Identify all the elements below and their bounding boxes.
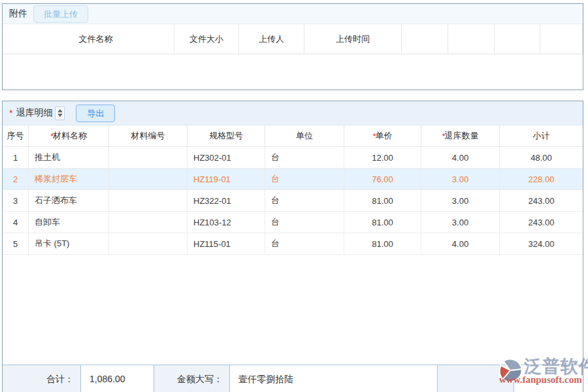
export-button[interactable]: 导出 xyxy=(76,105,115,122)
col-header-file-name: 文件名称 xyxy=(3,24,174,54)
total-label: 合计： xyxy=(3,365,81,392)
cell-material-code xyxy=(109,169,188,189)
cell-subtotal: 243.00 xyxy=(500,212,583,233)
col-header-empty-1 xyxy=(402,24,448,54)
col-header-uploader: 上传人 xyxy=(239,24,304,54)
cell-unit: 台 xyxy=(265,190,344,211)
col-header-material-code: 材料编号 xyxy=(109,125,188,146)
cell-unit-price: 76.00 xyxy=(344,169,421,189)
attachments-panel: 附件 批量上传 文件名称 文件大小 上传人 上传时间 xyxy=(2,3,583,90)
cell-material-code xyxy=(109,212,188,233)
attachments-title: 附件 xyxy=(9,8,27,20)
stepper-down-icon[interactable] xyxy=(57,114,63,117)
attachments-table-header: 文件名称 文件大小 上传人 上传时间 xyxy=(3,24,583,54)
attachments-table-empty-body xyxy=(3,54,583,89)
stepper-up-icon[interactable] xyxy=(57,109,63,112)
cell-return-qty: 3.00 xyxy=(421,190,500,211)
table-row-selected[interactable]: 2 稀浆封层车 HZ119-01 台 76.00 3.00 228.00 xyxy=(3,169,583,190)
cell-material-code xyxy=(109,147,188,168)
cell-subtotal: 48.00 xyxy=(500,147,583,168)
cell-spec-model: HZ302-01 xyxy=(188,147,265,168)
cell-seq: 2 xyxy=(3,169,29,189)
cell-spec-model: HZ115-01 xyxy=(188,233,265,254)
cell-subtotal: 243.00 xyxy=(500,190,583,211)
cell-material-name: 吊卡 (5T) xyxy=(29,233,109,254)
amount-in-words-value: 壹仟零捌拾陆 xyxy=(230,365,438,392)
footer-empty-value xyxy=(514,365,583,392)
amount-in-words-label: 金额大写： xyxy=(154,365,230,392)
col-header-file-size: 文件大小 xyxy=(174,24,239,54)
cell-return-qty: 4.00 xyxy=(421,147,500,168)
cell-unit: 台 xyxy=(265,212,344,233)
cell-seq: 1 xyxy=(3,147,29,168)
cell-material-name: 自卸车 xyxy=(29,212,109,233)
table-row[interactable]: 5 吊卡 (5T) HZ115-01 台 81.00 4.00 324.00 xyxy=(3,233,583,255)
col-header-upload-time: 上传时间 xyxy=(304,24,402,54)
cell-material-name: 石子洒布车 xyxy=(29,190,109,211)
col-header-empty-4 xyxy=(540,24,583,54)
required-mark: * xyxy=(9,108,12,118)
cell-return-qty: 3.00 xyxy=(421,212,500,233)
batch-upload-button[interactable]: 批量上传 xyxy=(33,5,88,23)
col-header-empty-2 xyxy=(448,24,495,54)
cell-subtotal: 228.00 xyxy=(500,169,583,189)
col-header-empty-3 xyxy=(495,24,540,54)
cell-spec-model: HZ103-12 xyxy=(188,212,265,233)
cell-unit-price: 81.00 xyxy=(344,212,421,233)
cell-unit: 台 xyxy=(265,169,344,189)
cell-spec-model: HZ119-01 xyxy=(188,169,265,189)
footer-empty-label xyxy=(438,365,514,392)
cell-spec-model: HZ322-01 xyxy=(188,190,265,211)
col-header-material-name: * 材料名称 xyxy=(29,125,109,146)
col-header-unit-price: * 单价 xyxy=(344,125,421,146)
return-detail-toolbar: * 退库明细 导出 xyxy=(3,101,583,125)
table-row[interactable]: 3 石子洒布车 HZ322-01 台 81.00 3.00 243.00 xyxy=(3,190,583,212)
col-header-spec-model: 规格型号 xyxy=(188,125,265,146)
detail-table-header: 序号 * 材料名称 材料编号 规格型号 单位 * 单价 * 退库数量 小计 xyxy=(3,125,583,147)
table-row[interactable]: 1 推土机 HZ302-01 台 12.00 4.00 48.00 xyxy=(3,147,583,169)
cell-material-code xyxy=(109,190,188,211)
attachments-toolbar: 附件 批量上传 xyxy=(3,4,583,24)
cell-subtotal: 324.00 xyxy=(500,233,583,254)
cell-seq: 4 xyxy=(3,212,29,233)
cell-unit-price: 81.00 xyxy=(344,233,421,254)
table-row[interactable]: 4 自卸车 HZ103-12 台 81.00 3.00 243.00 xyxy=(3,212,583,233)
cell-seq: 3 xyxy=(3,190,29,211)
totals-footer: 合计： 1,086.00 金额大写： 壹仟零捌拾陆 xyxy=(3,365,583,392)
stepper-icon[interactable] xyxy=(55,106,65,120)
cell-unit-price: 12.00 xyxy=(344,147,421,168)
empty-grid-area xyxy=(3,255,583,365)
col-header-return-qty: * 退库数量 xyxy=(421,125,500,146)
return-detail-panel: * 退库明细 导出 序号 * 材料名称 材料编号 规格型号 单位 * 单价 * … xyxy=(2,101,583,392)
cell-seq: 5 xyxy=(3,233,29,254)
col-header-unit: 单位 xyxy=(265,125,344,146)
cell-unit: 台 xyxy=(265,147,344,168)
cell-return-qty: 3.00 xyxy=(421,169,500,189)
cell-return-qty: 4.00 xyxy=(421,233,500,254)
cell-unit: 台 xyxy=(265,233,344,254)
cell-unit-price: 81.00 xyxy=(344,190,421,211)
total-value: 1,086.00 xyxy=(81,365,154,392)
cell-material-name: 稀浆封层车 xyxy=(29,169,109,189)
col-header-seq: 序号 xyxy=(3,125,29,146)
cell-material-name: 推土机 xyxy=(29,147,109,168)
return-detail-title: 退库明细 xyxy=(16,107,52,119)
col-header-subtotal: 小计 xyxy=(500,125,583,146)
cell-material-code xyxy=(109,233,188,254)
